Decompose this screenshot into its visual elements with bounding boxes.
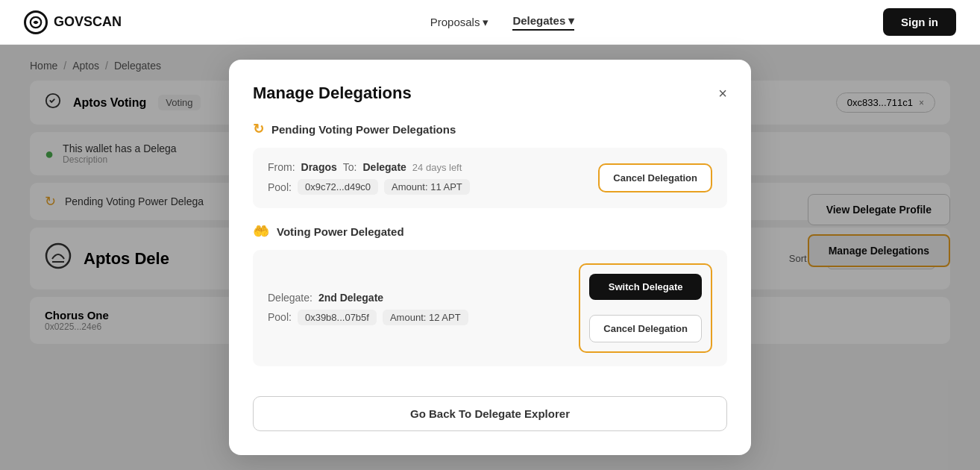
days-left: 24 days left bbox=[412, 162, 462, 173]
chevron-down-icon: ▾ bbox=[483, 16, 489, 29]
pending-section-label: Pending Voting Power Delegations bbox=[271, 123, 456, 136]
amount-value-1: Amount: 11 APT bbox=[384, 179, 470, 195]
delegation-info-1: From: Dragos To: Delegate 24 days left P… bbox=[268, 161, 470, 195]
delegated-section-header: 🤲 Voting Power Delegated bbox=[253, 223, 727, 239]
cancel-delegation-button-1[interactable]: Cancel Delegation bbox=[598, 163, 712, 192]
modal-overlay: Manage Delegations × ↻ Pending Voting Po… bbox=[0, 45, 980, 470]
delegation-pool-row-2: Pool: 0x39b8...07b5f Amount: 12 APT bbox=[268, 310, 468, 325]
from-value: Dragos bbox=[301, 161, 337, 173]
logo-text: GOVSCAN bbox=[54, 14, 122, 30]
delegation-card-1: From: Dragos To: Delegate 24 days left P… bbox=[253, 148, 727, 208]
delegation-info-2: Delegate: 2nd Delegate Pool: 0x39b8...07… bbox=[268, 292, 468, 325]
go-back-button[interactable]: Go Back To Delegate Explorer bbox=[253, 396, 727, 431]
modal-close-button[interactable]: × bbox=[718, 86, 727, 101]
amount-value-2: Amount: 12 APT bbox=[383, 310, 468, 325]
cancel-delegation-button-2[interactable]: Cancel Delegation bbox=[589, 315, 702, 342]
proposals-nav[interactable]: Proposals ▾ bbox=[430, 16, 489, 29]
delegation-pool-row: Pool: 0x9c72...d49c0 Amount: 11 APT bbox=[268, 179, 470, 195]
pool-label-1: Pool: bbox=[268, 181, 292, 193]
delegate-value-2: 2nd Delegate bbox=[318, 292, 383, 304]
delegation-delegate-row: Delegate: 2nd Delegate bbox=[268, 292, 468, 304]
pool-label-2: Pool: bbox=[268, 311, 292, 323]
manage-delegations-modal: Manage Delegations × ↻ Pending Voting Po… bbox=[229, 60, 751, 455]
action-group-2: Switch Delegate Cancel Delegation bbox=[579, 263, 712, 353]
delegate-label-2: Delegate: bbox=[268, 292, 312, 304]
delegation-from-row: From: Dragos To: Delegate 24 days left bbox=[268, 161, 470, 173]
from-label: From: bbox=[268, 161, 295, 173]
to-value: Delegate bbox=[362, 161, 406, 173]
modal-title: Manage Delegations bbox=[253, 84, 412, 103]
pool-value-2: 0x39b8...07b5f bbox=[298, 310, 377, 325]
delegates-nav[interactable]: Delegates ▾ bbox=[512, 14, 574, 31]
signin-button[interactable]: Sign in bbox=[883, 8, 956, 36]
delegation-card-2: Delegate: 2nd Delegate Pool: 0x39b8...07… bbox=[253, 250, 727, 366]
switch-delegate-button[interactable]: Switch Delegate bbox=[589, 274, 702, 300]
logo[interactable]: GOVSCAN bbox=[24, 10, 122, 34]
modal-header: Manage Delegations × bbox=[253, 84, 727, 103]
pending-section-header: ↻ Pending Voting Power Delegations bbox=[253, 121, 727, 137]
delegated-section-label: Voting Power Delegated bbox=[277, 225, 404, 238]
page-background: Home / Aptos / Delegates Aptos Voting Vo… bbox=[0, 45, 980, 470]
logo-icon bbox=[24, 10, 48, 34]
to-label: To: bbox=[343, 161, 357, 173]
pending-section-icon: ↻ bbox=[253, 121, 264, 137]
navbar: GOVSCAN Proposals ▾ Delegates ▾ Sign in bbox=[0, 0, 980, 45]
chevron-down-icon: ▾ bbox=[568, 14, 574, 28]
delegated-section-icon: 🤲 bbox=[253, 223, 269, 239]
nav-links: Proposals ▾ Delegates ▾ bbox=[430, 14, 575, 31]
pool-value-1: 0x9c72...d49c0 bbox=[298, 179, 378, 195]
